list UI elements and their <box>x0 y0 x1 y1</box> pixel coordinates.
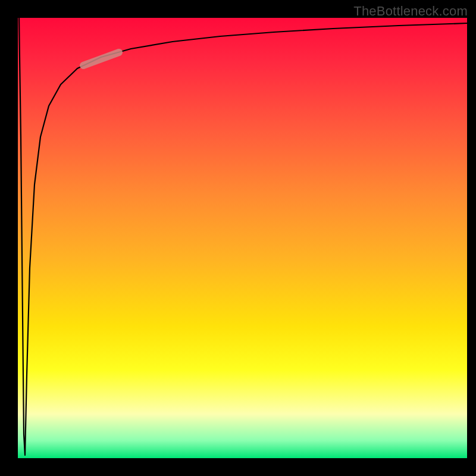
bottleneck-curve <box>19 18 467 455</box>
chart-stage: TheBottleneck.com <box>0 0 476 476</box>
watermark-text: TheBottleneck.com <box>353 4 468 19</box>
plot-area <box>18 18 467 458</box>
curve-layer <box>18 18 467 458</box>
highlight-marker <box>83 52 119 65</box>
